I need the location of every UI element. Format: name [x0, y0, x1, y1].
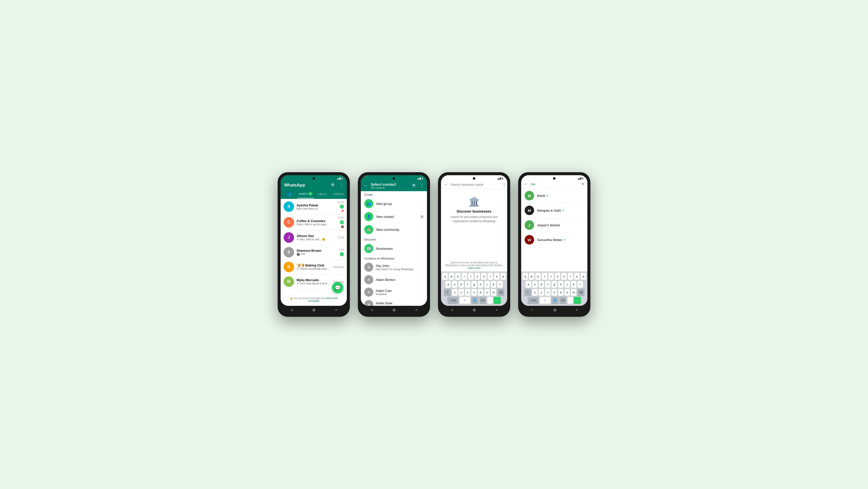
key-a[interactable]: a	[445, 281, 451, 288]
key-special[interactable]: ⇧	[524, 289, 531, 296]
key-s[interactable]: s	[532, 281, 537, 288]
key-special[interactable]: /	[459, 297, 470, 304]
key-t[interactable]: t	[548, 273, 554, 280]
tab-communities[interactable]: 👥	[281, 190, 297, 198]
home-btn-1[interactable]: ⬤	[312, 308, 315, 312]
new-contact-action[interactable]: 👤 New contact ⊞	[361, 210, 427, 223]
new-community-action[interactable]: 🏘️ New community	[361, 223, 427, 236]
key-m[interactable]: m	[491, 289, 496, 296]
key-m[interactable]: m	[571, 289, 577, 296]
key-j[interactable]: j	[484, 281, 490, 288]
key-special[interactable]: .	[487, 297, 493, 304]
key-specialspecial[interactable]: 🌐	[471, 297, 478, 304]
key-q[interactable]: q	[442, 273, 448, 280]
home-btn-3[interactable]: ⬤	[473, 308, 476, 312]
result-item[interactable]: M Markt ✔	[521, 189, 587, 203]
key-p[interactable]: p	[581, 273, 586, 280]
result-item[interactable]: M Mangata & Gallo ✔	[521, 203, 587, 218]
key-l[interactable]: l	[497, 281, 503, 288]
key-n[interactable]: n	[484, 289, 490, 296]
business-search-input[interactable]	[451, 183, 501, 186]
search-contacts-btn[interactable]: 🔍	[412, 183, 417, 188]
key-v[interactable]: v	[471, 289, 477, 296]
chat-item[interactable]: J Jihoon Seo ✔ Hey, tried to call... 😊 1…	[281, 230, 347, 245]
key-y[interactable]: y	[555, 273, 560, 280]
key-e[interactable]: e	[455, 273, 461, 280]
key-t[interactable]: t	[468, 273, 473, 280]
contact-item[interactable]: A Adam Cain Available	[361, 286, 427, 298]
key-n[interactable]: n	[564, 289, 570, 296]
contact-item[interactable]: A Adele Diver Hey there! I'm using Whats…	[361, 298, 427, 306]
key-h[interactable]: h	[558, 281, 563, 288]
contact-item[interactable]: A Aby John Hey there! I'm using WhatsApp…	[361, 261, 427, 274]
key-b[interactable]: b	[558, 289, 563, 296]
key-c[interactable]: c	[545, 289, 551, 296]
chat-item[interactable]: A Ayesha Pawar Best one there is! 14:24 …	[281, 199, 347, 214]
search-button[interactable]: 🔍	[331, 183, 336, 188]
key-special[interactable]: ⌫	[497, 289, 504, 296]
tab-calls[interactable]: CALLS	[314, 190, 331, 198]
back-btn-results[interactable]: ←	[524, 182, 528, 186]
key-d[interactable]: d	[538, 281, 544, 288]
menu-button[interactable]: ⋮	[339, 183, 343, 188]
chat-item[interactable]: C Coffee & Consoles Dario: Who's up for …	[281, 214, 347, 230]
key-special[interactable]: ⇧	[444, 289, 451, 296]
key-v[interactable]: v	[552, 289, 557, 296]
recents-btn-2[interactable]: ■	[415, 308, 417, 312]
home-btn-4[interactable]: ⬤	[553, 308, 557, 312]
key-special123[interactable]: ?123	[447, 297, 458, 304]
key-specialspecial[interactable]: 🌐	[552, 297, 558, 304]
key-r[interactable]: r	[462, 273, 467, 280]
contact-item[interactable]: A Adam Benton	[361, 274, 427, 286]
key-k[interactable]: k	[491, 281, 496, 288]
key-f[interactable]: f	[465, 281, 470, 288]
key-x[interactable]: x	[458, 289, 464, 296]
learn-more-link[interactable]: Learn more	[468, 267, 480, 269]
new-group-action[interactable]: 👥 New group	[361, 197, 427, 210]
back-btn-business[interactable]: ←	[444, 182, 448, 187]
clear-search-btn[interactable]: ✕	[581, 182, 584, 186]
result-item[interactable]: W Samantha Weber ✔	[521, 233, 587, 247]
key-w[interactable]: w	[529, 273, 534, 280]
home-btn-2[interactable]: ⬤	[393, 308, 396, 312]
key-z[interactable]: z	[532, 289, 537, 296]
key-q[interactable]: q	[522, 273, 528, 280]
key-u[interactable]: u	[561, 273, 567, 280]
key-z[interactable]: z	[452, 289, 457, 296]
key-EN[interactable]: EN	[559, 297, 566, 304]
key-c[interactable]: c	[465, 289, 470, 296]
key-h[interactable]: h	[478, 281, 483, 288]
key-p[interactable]: p	[500, 273, 506, 280]
back-btn-2[interactable]: ◀	[371, 308, 373, 312]
chat-item[interactable]: B 🍞🍞 Baking Club ✔ These sourdough start…	[281, 260, 347, 275]
key-k[interactable]: k	[571, 281, 577, 288]
businesses-action[interactable]: 🏢 Businesses	[361, 242, 427, 255]
key-f[interactable]: f	[545, 281, 551, 288]
back-btn-1[interactable]: ◀	[290, 308, 292, 312]
key-b[interactable]: b	[478, 289, 483, 296]
key-i[interactable]: i	[568, 273, 573, 280]
key-special[interactable]: →	[574, 297, 581, 304]
recents-btn-1[interactable]: ■	[335, 308, 337, 312]
key-e[interactable]: e	[535, 273, 541, 280]
chat-item[interactable]: S Shannon Brown 🎬 GIF 9:28 2	[281, 245, 347, 260]
result-search-input[interactable]	[531, 182, 579, 186]
tab-chats[interactable]: CHATS 3	[297, 190, 314, 198]
key-special[interactable]: .	[567, 297, 573, 304]
new-chat-fab[interactable]: 💬	[332, 282, 343, 293]
back-btn-3[interactable]: ◀	[451, 308, 453, 312]
contacts-menu-btn[interactable]: ⋮	[420, 183, 424, 188]
key-u[interactable]: u	[481, 273, 487, 280]
key-o[interactable]: o	[574, 273, 580, 280]
recents-btn-4[interactable]: ■	[576, 308, 578, 312]
key-EN[interactable]: EN	[479, 297, 486, 304]
key-o[interactable]: o	[494, 273, 499, 280]
key-special[interactable]: →	[494, 297, 501, 304]
key-l[interactable]: l	[578, 281, 583, 288]
back-arrow[interactable]: ←	[364, 183, 368, 188]
key-special123[interactable]: ?123	[528, 297, 538, 304]
key-d[interactable]: d	[458, 281, 464, 288]
key-r[interactable]: r	[542, 273, 547, 280]
key-a[interactable]: a	[526, 281, 531, 288]
key-g[interactable]: g	[552, 281, 557, 288]
